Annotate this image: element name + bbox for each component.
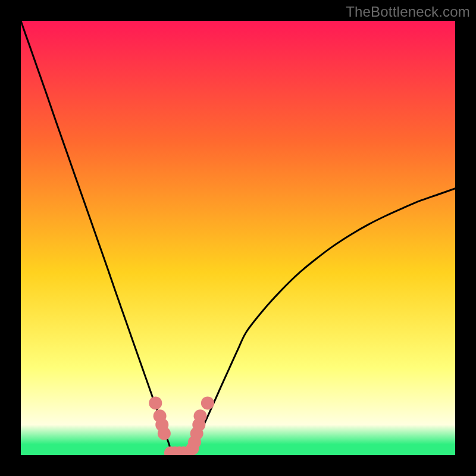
bottleneck-curve — [21, 21, 455, 455]
curve-markers — [149, 396, 214, 455]
curve-marker — [158, 427, 171, 440]
curve-marker — [149, 396, 162, 409]
plot-area — [21, 21, 455, 455]
chart-frame: TheBottleneck.com — [0, 0, 476, 476]
watermark-text: TheBottleneck.com — [346, 4, 470, 20]
curve-marker — [201, 396, 214, 409]
curve-layer — [21, 21, 455, 455]
curve-marker — [193, 409, 206, 422]
